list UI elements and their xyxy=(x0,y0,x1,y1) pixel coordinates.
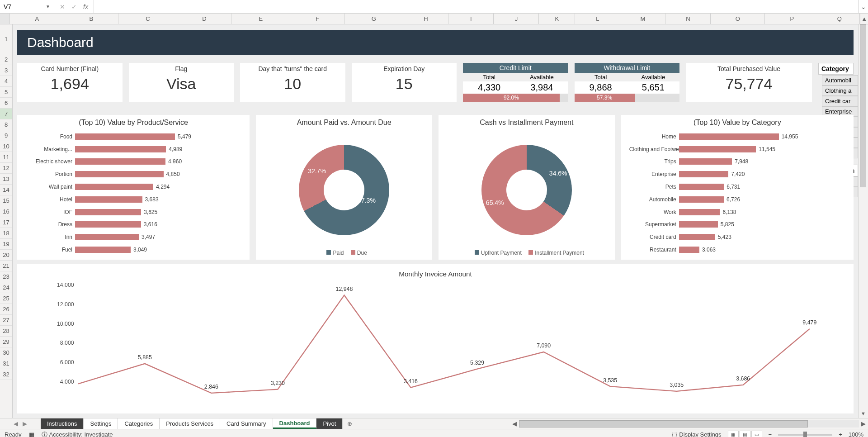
name-box[interactable]: V7 ▼ xyxy=(0,0,54,13)
row-header-28[interactable]: 28 xyxy=(0,326,12,337)
zoom-out-button[interactable]: − xyxy=(769,431,772,437)
row-header-16[interactable]: 16 xyxy=(0,206,12,217)
hbar-value: 4,989 xyxy=(166,146,182,152)
macro-record-icon[interactable]: ▦ xyxy=(29,431,34,437)
chart-cash-installment[interactable]: Cash vs Installment Payment 34.6% 65.4% … xyxy=(439,115,615,260)
scroll-up-icon[interactable]: ▲ xyxy=(860,14,868,24)
row-header-4[interactable]: 4 xyxy=(0,76,12,87)
row-header-12[interactable]: 12 xyxy=(0,163,12,174)
tab-next-icon[interactable]: ▶ xyxy=(23,420,27,427)
hbar-label: Fuel xyxy=(25,247,75,253)
formula-input[interactable] xyxy=(94,0,858,13)
select-all-corner[interactable] xyxy=(0,14,10,24)
chart-top-product[interactable]: (Top 10) Value by Product/Service Food5,… xyxy=(17,115,250,260)
hbar-label: Hotel xyxy=(25,196,75,203)
confirm-icon[interactable]: ✓ xyxy=(71,3,77,10)
hscroll-right-icon[interactable]: ▶ xyxy=(859,420,868,427)
row-header-32[interactable]: 32 xyxy=(0,369,12,380)
add-sheet-button[interactable]: ⊕ xyxy=(343,418,356,429)
worksheet-content[interactable]: Dashboard Card Number (Final) 1,694 Flag… xyxy=(13,24,858,418)
horizontal-scrollbar[interactable]: ◀ ▶ xyxy=(510,418,868,429)
sheet-tab-pivot[interactable]: Pivot xyxy=(316,418,343,429)
column-header-P[interactable]: P xyxy=(765,14,819,24)
row-header-3[interactable]: 3 xyxy=(0,65,12,76)
sheet-tab-card-summary[interactable]: Card Summary xyxy=(220,418,273,429)
row-header-18[interactable]: 18 xyxy=(0,228,12,239)
page-break-icon[interactable]: ▭ xyxy=(751,431,762,437)
row-header-9[interactable]: 9 xyxy=(0,130,12,141)
accessibility-status[interactable]: ⓘAccessibility: Investigate xyxy=(42,431,113,437)
row-header-10[interactable]: 10 xyxy=(0,141,12,152)
formula-expand-icon[interactable]: ⌄ xyxy=(858,0,868,13)
column-header-I[interactable]: I xyxy=(448,14,494,24)
scroll-down-icon[interactable]: ▼ xyxy=(859,409,868,418)
zoom-in-button[interactable]: + xyxy=(839,431,842,437)
column-header-G[interactable]: G xyxy=(344,14,403,24)
dashboard-title: Dashboard xyxy=(27,35,94,50)
slicer-item[interactable]: Automobil xyxy=(822,75,858,86)
row-header-14[interactable]: 14 xyxy=(0,185,12,195)
row-header-25[interactable]: 25 xyxy=(0,293,12,304)
column-header-F[interactable]: F xyxy=(290,14,344,24)
row-header-11[interactable]: 11 xyxy=(0,152,12,163)
row-header-1[interactable]: 1 xyxy=(0,24,12,54)
hscroll-thumb[interactable] xyxy=(519,420,808,428)
scroll-thumb[interactable] xyxy=(860,24,866,187)
row-header-26[interactable]: 26 xyxy=(0,304,12,315)
row-header-23[interactable]: 23 xyxy=(0,271,12,282)
sheet-tab-categories[interactable]: Categories xyxy=(118,418,160,429)
column-header-H[interactable]: H xyxy=(403,14,448,24)
slicer-item[interactable]: Clothing a xyxy=(822,86,858,96)
row-header-15[interactable]: 15 xyxy=(0,195,12,206)
vertical-scrollbar[interactable]: ▼ xyxy=(858,24,868,418)
tab-prev-icon[interactable]: ◀ xyxy=(14,420,18,427)
chart-monthly-invoice[interactable]: Monthly Invoice Amount4,0006,0008,00010,… xyxy=(17,264,854,413)
row-header-2[interactable]: 2 xyxy=(0,54,12,65)
chart-paid-due[interactable]: Amount Paid vs. Amount Due 67.3% 32.7% P… xyxy=(256,115,432,260)
cancel-icon[interactable]: ✕ xyxy=(60,3,65,10)
zoom-level[interactable]: 100% xyxy=(849,431,863,437)
column-header-M[interactable]: M xyxy=(620,14,665,24)
slicer-item[interactable]: Credit car xyxy=(822,96,858,106)
zoom-slider[interactable] xyxy=(778,434,832,436)
column-header-J[interactable]: J xyxy=(494,14,539,24)
column-header-D[interactable]: D xyxy=(177,14,231,24)
row-header-19[interactable]: 19 xyxy=(0,239,12,250)
column-header-Q[interactable]: Q xyxy=(819,14,860,24)
hbar-value: 3,625 xyxy=(141,209,157,215)
column-header-O[interactable]: O xyxy=(711,14,765,24)
chart-top-category[interactable]: (Top 10) Value by Category Home14,955Clo… xyxy=(621,115,854,260)
zoom-thumb[interactable] xyxy=(803,432,807,437)
column-header-N[interactable]: N xyxy=(665,14,711,24)
display-settings-button[interactable]: ⬚Display Settings xyxy=(672,431,721,437)
column-header-C[interactable]: C xyxy=(118,14,177,24)
row-header-24[interactable]: 24 xyxy=(0,282,12,293)
row-header-13[interactable]: 13 xyxy=(0,174,12,185)
row-header-7[interactable]: 7 xyxy=(0,109,12,119)
row-header-17[interactable]: 17 xyxy=(0,217,12,228)
row-header-29[interactable]: 29 xyxy=(0,337,12,347)
row-header-31[interactable]: 31 xyxy=(0,358,12,369)
row-header-5[interactable]: 5 xyxy=(0,87,12,98)
column-header-E[interactable]: E xyxy=(231,14,290,24)
normal-view-icon[interactable]: ▦ xyxy=(728,431,739,437)
row-header-8[interactable]: 8 xyxy=(0,119,12,130)
sheet-tab-products-services[interactable]: Products Services xyxy=(160,418,220,429)
name-box-dropdown-icon[interactable]: ▼ xyxy=(46,4,50,9)
column-header-B[interactable]: B xyxy=(64,14,118,24)
column-header-A[interactable]: A xyxy=(10,14,64,24)
row-header-30[interactable]: 30 xyxy=(0,347,12,358)
column-header-L[interactable]: L xyxy=(575,14,620,24)
row-header-27[interactable]: 27 xyxy=(0,315,12,326)
tab-nav[interactable]: ◀ ▶ xyxy=(0,418,41,429)
row-header-21[interactable]: 21 xyxy=(0,261,12,271)
fx-icon[interactable]: fx xyxy=(83,3,88,10)
row-header-6[interactable]: 6 xyxy=(0,98,12,109)
column-header-K[interactable]: K xyxy=(539,14,575,24)
sheet-tab-instructions[interactable]: Instructions xyxy=(41,418,84,429)
row-header-20[interactable]: 20 xyxy=(0,250,12,261)
sheet-tab-dashboard[interactable]: Dashboard xyxy=(273,418,317,429)
page-layout-icon[interactable]: ▤ xyxy=(740,431,750,437)
sheet-tab-settings[interactable]: Settings xyxy=(84,418,118,429)
hscroll-left-icon[interactable]: ◀ xyxy=(510,420,519,427)
